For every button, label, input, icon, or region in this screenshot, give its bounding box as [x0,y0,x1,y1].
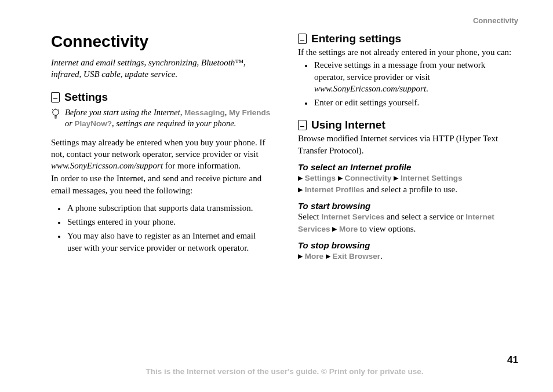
ui-label: Internet Services [321,213,384,221]
list-item: Enter or edit settings yourself. [313,97,518,108]
section-title: Settings [64,91,108,104]
ui-label: PlayNow? [75,119,112,128]
section-title: Entering settings [311,32,401,45]
bullet-list: Receive settings in a message from your … [298,59,518,108]
arrow-icon: ▶ [338,174,343,182]
section-heading-settings: Settings [51,91,271,104]
ui-label: Internet Profiles [305,185,365,194]
site-link-text: www.SonyEricsson.com/support [51,161,163,170]
document-icon [298,120,307,130]
body-paragraph: If the settings are not already entered … [298,46,518,58]
bullet-list: A phone subscription that supports data … [51,202,271,254]
svg-point-0 [53,109,59,115]
body-paragraph: Settings may already be entered when you… [51,137,271,172]
ui-label: More [305,252,323,261]
section-heading-using-internet: Using Internet [298,119,518,131]
list-item: Settings entered in your phone. [66,216,271,228]
section-heading-entering: Entering settings [298,32,518,45]
ui-label: Internet Settings [401,174,463,182]
nav-path: Select Internet Services and select a se… [298,211,518,235]
arrow-icon: ▶ [326,252,330,261]
ui-label: Exit Browser [333,252,381,261]
list-item: A phone subscription that supports data … [66,202,271,214]
chapter-subtitle: Internet and email settings, synchronizi… [51,57,271,80]
site-link-text: www.SonyEricsson.com/support [314,84,426,93]
list-item: Receive settings in a message from your … [313,59,518,94]
document-icon [298,34,307,44]
ui-label: Settings [305,174,336,182]
body-paragraph: Browse modified Internet services via HT… [298,133,518,156]
page-number: 41 [507,354,518,366]
arrow-icon: ▶ [298,252,303,261]
body-paragraph: In order to use the Internet, and send a… [51,173,271,196]
section-title: Using Internet [311,119,385,131]
list-item: You may also have to register as an Inte… [66,230,271,254]
arrow-icon: ▶ [332,225,337,233]
arrow-icon: ▶ [394,174,398,182]
chapter-title: Connectivity [51,32,271,51]
footer-line: This is the Internet version of the user… [51,367,518,376]
right-column: Entering settings If the settings are no… [298,32,518,262]
ui-label: Connectivity [345,174,392,182]
task-heading: To stop browsing [298,240,518,250]
lightbulb-icon [51,108,60,130]
ui-label: My Friends [229,108,270,117]
document-icon [51,92,60,102]
page-footer: 41 This is the Internet version of the u… [51,367,518,376]
running-header: Connectivity [473,16,518,25]
ui-label: More [339,225,358,233]
tip-text: Before you start using the Internet, Mes… [65,107,271,130]
ui-label: Messaging [184,108,225,117]
left-column: Connectivity Internet and email settings… [51,32,271,262]
task-heading: To select an Internet profile [298,162,518,172]
tip-block: Before you start using the Internet, Mes… [51,107,271,130]
two-column-layout: Connectivity Internet and email settings… [51,32,518,262]
arrow-icon: ▶ [298,174,303,182]
nav-path: ▶ More ▶ Exit Browser. [298,250,518,262]
task-heading: To start browsing [298,201,518,211]
nav-path: ▶ Settings ▶ Connectivity ▶ Internet Set… [298,172,518,196]
arrow-icon: ▶ [298,185,303,194]
